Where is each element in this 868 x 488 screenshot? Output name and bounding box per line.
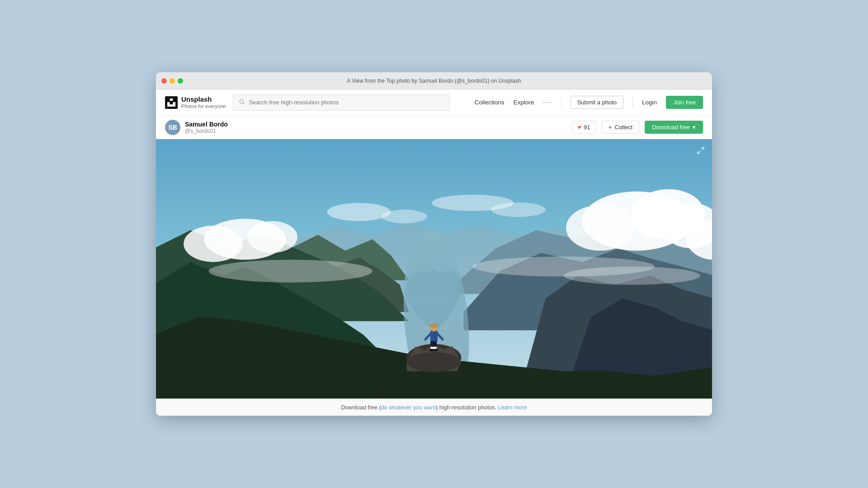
- download-label: Download free: [652, 124, 690, 131]
- maximize-button[interactable]: [178, 78, 183, 84]
- logo-text: Unsplash Photos for everyone: [181, 96, 226, 109]
- like-button[interactable]: ♥ 91: [572, 121, 596, 134]
- svg-point-26: [327, 203, 391, 221]
- svg-point-25: [247, 221, 297, 253]
- photographer-details: Samuel Bordo @s_bordo01: [185, 121, 228, 134]
- photo-actions: ♥ 91 + Collect Download free ▾: [572, 121, 703, 134]
- svg-line-45: [698, 151, 700, 154]
- search-icon: [239, 99, 245, 106]
- photographer-handle: @s_bordo01: [185, 128, 228, 134]
- plus-icon: +: [609, 124, 612, 131]
- close-button[interactable]: [161, 78, 167, 84]
- expand-icon[interactable]: [696, 145, 706, 155]
- submit-photo-button[interactable]: Submit a photo: [571, 96, 623, 109]
- logo-name: Unsplash: [181, 96, 226, 103]
- nav-links: Collections Explore ··· Submit a photo L…: [474, 96, 703, 109]
- collections-link[interactable]: Collections: [474, 99, 504, 106]
- footer-text-before: Download free (: [341, 404, 381, 411]
- svg-point-29: [382, 210, 427, 223]
- svg-point-28: [491, 202, 546, 217]
- footer-link-license[interactable]: do whatever you want: [381, 404, 436, 411]
- photographer-info[interactable]: SB Samuel Bordo @s_bordo01: [165, 120, 228, 135]
- traffic-lights: [161, 78, 183, 84]
- photo-background: [156, 139, 712, 399]
- join-free-button[interactable]: Join free: [666, 96, 703, 109]
- nav-divider-2: [632, 97, 633, 108]
- download-button[interactable]: Download free ▾: [645, 121, 703, 134]
- search-bar[interactable]: [233, 94, 450, 111]
- photographer-name: Samuel Bordo: [185, 121, 228, 128]
- login-button[interactable]: Login: [642, 99, 657, 106]
- svg-point-35: [429, 324, 439, 328]
- nav-bar: Unsplash Photos for everyone Collections…: [156, 89, 712, 116]
- footer-banner: Download free (do whatever you want) hig…: [156, 399, 712, 416]
- heart-icon: ♥: [578, 124, 581, 131]
- svg-point-30: [209, 260, 373, 282]
- footer-text-middle: ) high-resolution photos.: [436, 404, 496, 411]
- nav-divider: [561, 97, 561, 108]
- logo-tagline: Photos for everyone: [181, 103, 226, 109]
- chevron-down-icon: ▾: [693, 124, 696, 131]
- scene-illustration: [156, 139, 712, 399]
- svg-point-32: [564, 267, 700, 285]
- svg-point-17: [408, 352, 461, 372]
- browser-window: A View from the Top photo by Samuel Bord…: [156, 72, 712, 416]
- minimize-button[interactable]: [170, 78, 175, 84]
- photo-bar: SB Samuel Bordo @s_bordo01 ♥ 91 + Collec…: [156, 116, 712, 139]
- logo-svg: [167, 99, 175, 107]
- collect-label: Collect: [614, 124, 632, 131]
- like-count: 91: [584, 124, 590, 131]
- learn-more-link[interactable]: Learn more: [498, 404, 527, 411]
- more-menu[interactable]: ···: [543, 99, 552, 107]
- svg-line-1: [243, 103, 245, 104]
- unsplash-logo-icon: [165, 96, 178, 109]
- svg-rect-40: [429, 349, 434, 351]
- avatar: SB: [165, 120, 180, 135]
- svg-rect-36: [430, 341, 434, 347]
- svg-line-44: [702, 147, 704, 150]
- svg-rect-37: [434, 341, 437, 347]
- svg-point-24: [184, 225, 243, 262]
- photo-container: [156, 139, 712, 399]
- title-bar: A View from the Top photo by Samuel Bord…: [156, 72, 712, 89]
- collect-button[interactable]: + Collect: [602, 121, 639, 134]
- search-input[interactable]: [249, 99, 444, 106]
- svg-rect-33: [430, 330, 438, 342]
- page-title: A View from the Top photo by Samuel Bord…: [347, 78, 521, 84]
- svg-point-21: [566, 205, 634, 251]
- svg-rect-41: [434, 349, 438, 351]
- logo-area[interactable]: Unsplash Photos for everyone: [165, 96, 226, 109]
- explore-link[interactable]: Explore: [514, 99, 534, 106]
